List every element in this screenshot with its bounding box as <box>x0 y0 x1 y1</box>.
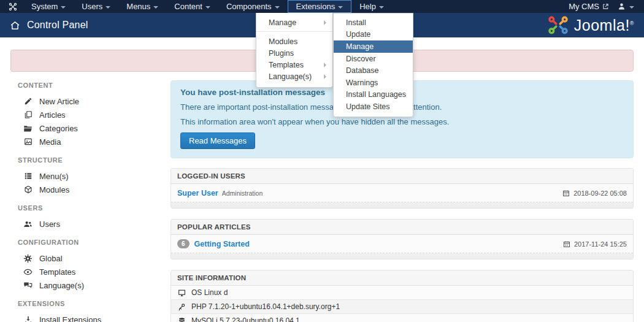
dropdown-item-plugins[interactable]: Plugins <box>256 47 332 59</box>
chevron-right-icon <box>324 74 326 79</box>
article-date: 2017-11-24 15:25 <box>563 240 627 248</box>
chevron-down-icon <box>275 6 280 9</box>
registered-mark: ® <box>630 20 634 26</box>
cube-icon <box>23 185 33 194</box>
dropdown-item-languages[interactable]: Language(s) <box>256 71 332 82</box>
admin-menubar: System Users Menus Content Components Ex… <box>0 0 644 13</box>
sidebar-item-global[interactable]: Global <box>23 251 171 265</box>
gear-icon <box>23 254 33 263</box>
sidebar-item-label: Articles <box>39 110 66 120</box>
menu-users-label: Users <box>82 2 102 11</box>
sidebar-item-modules[interactable]: Modules <box>23 183 171 196</box>
folder-icon <box>23 124 33 133</box>
menu-extensions[interactable]: Extensions <box>288 0 352 13</box>
dropdown-item-manage[interactable]: Manage <box>256 17 332 28</box>
page-title: Control Panel <box>27 20 88 31</box>
chevron-down-icon <box>61 6 66 9</box>
submenu-item-warnings[interactable]: Warnings <box>334 77 413 89</box>
submenu-item-database[interactable]: Database <box>334 64 413 77</box>
user-location-label: Administration <box>222 190 263 197</box>
site-info-label: MySQLi 5.7.23-0ubuntu0.16.04.1 <box>191 316 300 322</box>
menu-system[interactable]: System <box>23 0 74 13</box>
preview-site-link[interactable]: My CMS <box>569 2 609 11</box>
sidebar-item-install-extensions[interactable]: Install Extensions <box>23 313 171 322</box>
sidebar-item-label: Categories <box>39 124 78 133</box>
monitor-icon <box>177 289 186 297</box>
eye-icon <box>23 267 33 277</box>
menu-menus[interactable]: Menus <box>118 0 166 13</box>
menu-help[interactable]: Help <box>351 0 392 13</box>
articles-icon <box>23 110 33 119</box>
submenu-item-update-sites[interactable]: Update Sites <box>334 101 413 113</box>
read-messages-button[interactable]: Read Messages <box>180 132 255 149</box>
media-icon <box>23 137 33 146</box>
menu-users[interactable]: Users <box>74 0 118 13</box>
menu-extensions-label: Extensions <box>296 2 335 11</box>
sidebar-item-languages[interactable]: Language(s) <box>23 278 171 292</box>
logged-in-users-panel: LOGGED-IN USERS Super User Administratio… <box>171 168 634 209</box>
menu-menus-label: Menus <box>126 2 150 11</box>
submenu-item-discover[interactable]: Discover <box>334 53 413 65</box>
sidebar-item-label: Templates <box>39 267 75 277</box>
sidebar-item-articles[interactable]: Articles <box>23 108 171 121</box>
table-row: 6 Getting Started 2017-11-24 15:25 <box>171 235 633 253</box>
users-icon <box>23 220 33 229</box>
sidebar-item-label: Install Extensions <box>39 315 101 322</box>
user-icon <box>618 2 626 10</box>
submenu-item-install-languages[interactable]: Install Languages <box>334 89 413 101</box>
submenu-item-install[interactable]: Install <box>334 17 413 29</box>
dropdown-item-label: Manage <box>269 18 296 27</box>
site-info-row-database: MySQLi 5.7.23-0ubuntu0.16.04.1 <box>171 314 633 322</box>
panel-footer <box>171 253 633 259</box>
menu-components[interactable]: Components <box>218 0 288 13</box>
submenu-item-update[interactable]: Update <box>334 29 413 41</box>
article-link[interactable]: Getting Started <box>194 240 250 248</box>
sidebar-item-label: Modules <box>39 185 69 194</box>
sidebar-item-templates[interactable]: Templates <box>23 265 171 278</box>
site-info-label: PHP 7.1.20-1+ubuntu16.04.1+deb.sury.org+… <box>191 302 340 311</box>
dropdown-item-label: Language(s) <box>269 72 312 81</box>
popular-articles-panel: POPULAR ARTICLES 6 Getting Started 2017-… <box>171 219 634 259</box>
extensions-dropdown: Manage Modules Plugins Templates Languag… <box>256 13 333 88</box>
menu-help-label: Help <box>359 2 376 11</box>
hits-badge: 6 <box>177 239 190 248</box>
calendar-icon <box>562 190 570 197</box>
dropdown-item-modules[interactable]: Modules <box>256 36 332 47</box>
chevron-down-icon <box>105 6 110 9</box>
joomla-brand-button[interactable] <box>0 0 23 13</box>
submenu-item-manage[interactable]: Manage <box>334 40 413 53</box>
chevron-down-icon <box>153 6 158 9</box>
sidebar-item-users[interactable]: Users <box>23 217 171 231</box>
site-info-row-php: PHP 7.1.20-1+ubuntu16.04.1+deb.sury.org+… <box>171 300 633 314</box>
sidebar-item-label: New Article <box>39 97 79 106</box>
sidebar-item-media[interactable]: Media <box>23 135 171 148</box>
dropdown-item-label: Modules <box>269 37 297 46</box>
user-menu-button[interactable] <box>618 2 634 10</box>
chevron-down-icon <box>205 6 210 9</box>
joomla-logo-text: Joomla!® <box>574 17 634 34</box>
sidebar-item-new-article[interactable]: New Article <box>23 94 171 108</box>
site-info-label: OS Linux d <box>191 288 228 297</box>
dropdown-item-label: Templates <box>269 61 304 69</box>
external-link-icon <box>602 3 609 10</box>
dropdown-item-templates[interactable]: Templates <box>256 59 332 71</box>
sidebar-item-menus[interactable]: Menu(s) <box>23 169 171 183</box>
menu-content-label: Content <box>174 2 202 11</box>
site-name-label: My CMS <box>569 2 599 11</box>
panel-title: LOGGED-IN USERS <box>171 169 633 184</box>
comments-icon <box>23 281 33 290</box>
joomla-icon <box>9 2 17 11</box>
chevron-down-icon <box>338 6 343 9</box>
panel-title: SITE INFORMATION <box>171 270 633 286</box>
download-icon <box>23 315 33 322</box>
joomla-logo-icon <box>546 15 570 35</box>
sidebar-item-label: Language(s) <box>39 281 84 290</box>
menu-components-label: Components <box>226 2 272 11</box>
home-icon <box>10 20 20 31</box>
php-icon <box>177 303 186 311</box>
sidebar-heading-extensions: EXTENSIONS <box>18 300 171 307</box>
sidebar-item-categories[interactable]: Categories <box>23 121 171 135</box>
user-link[interactable]: Super User <box>177 189 218 197</box>
topbar-right: My CMS <box>569 0 644 13</box>
menu-content[interactable]: Content <box>166 0 218 13</box>
